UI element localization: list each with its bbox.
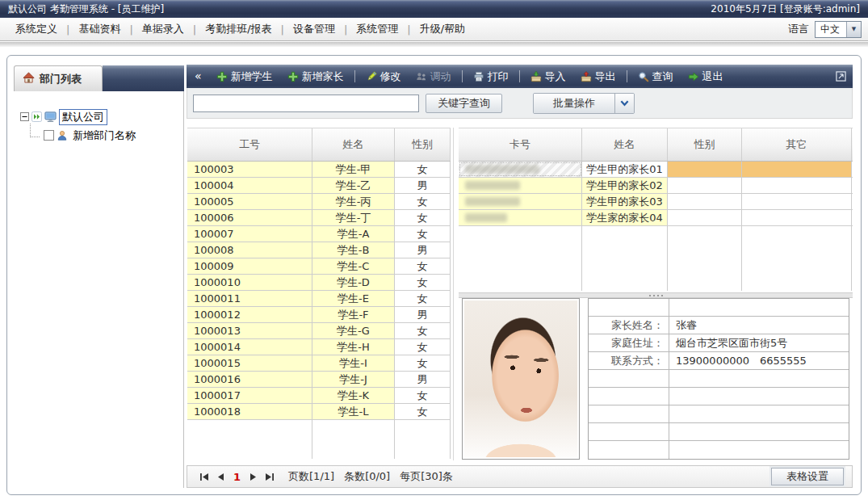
student-row[interactable]: 100005学生-丙女 (187, 194, 451, 210)
keyword-input[interactable] (193, 95, 419, 112)
column-header[interactable]: 性别 (668, 128, 742, 161)
toolbar-button-3[interactable]: 修改 (359, 65, 408, 88)
toolbar-button-label: 调动 (430, 69, 451, 84)
parent-other-cell (742, 210, 852, 225)
menu-item-5[interactable]: 设备管理 (284, 22, 344, 36)
student-row[interactable]: 100003学生-甲女 (187, 162, 451, 178)
first-page-icon[interactable] (195, 473, 213, 481)
masked-card-number (465, 213, 507, 222)
parent-row[interactable]: 学生家的家长04 (459, 210, 853, 226)
toolbar-button-6[interactable]: 导入 (524, 65, 572, 88)
keyword-search-button[interactable]: 关键字查询 (426, 94, 502, 113)
chevron-down-icon[interactable] (614, 94, 634, 113)
menu-item-4[interactable]: 考勤排班/报表 (196, 22, 280, 36)
column-header[interactable]: 卡号 (459, 128, 582, 161)
parent-other-cell (742, 178, 852, 193)
menu-item-3[interactable]: 单据录入 (133, 22, 193, 36)
student-row[interactable]: 1000018学生-L女 (187, 404, 451, 420)
info-row: 家长姓名：张睿 (589, 317, 849, 334)
collapse-panel-button[interactable]: « (191, 69, 208, 84)
toolbar-separator (519, 70, 520, 82)
expand-icon[interactable] (31, 111, 42, 122)
minus-box-icon[interactable] (20, 112, 29, 121)
toolbar-button-8[interactable]: 查询 (631, 65, 680, 88)
language-select[interactable]: 中文 ▼ (815, 21, 862, 38)
date-login-info: 2010年5月7日 [登录账号:admin] (711, 2, 860, 16)
student-name-cell: 学生-丁 (312, 210, 395, 225)
monitor-icon (44, 111, 57, 123)
toolbar: «新增学生新增家长修改调动打印导入导出查询退出 (187, 65, 853, 88)
info-label (589, 423, 669, 440)
table-settings-button[interactable]: 表格设置 (771, 468, 844, 485)
student-row[interactable]: 100009学生-C女 (187, 258, 451, 275)
student-gender-cell: 女 (395, 194, 451, 209)
toolbar-button-9[interactable]: 退出 (681, 65, 730, 88)
column-header[interactable]: 性别 (395, 128, 451, 161)
checkbox-icon[interactable] (44, 130, 54, 141)
column-header[interactable]: 其它 (742, 128, 852, 161)
menu-item-6[interactable]: 系统管理 (347, 22, 407, 36)
student-row[interactable]: 1000014学生-H女 (187, 339, 451, 355)
column-header[interactable]: 工号 (187, 128, 312, 161)
import-icon (530, 71, 542, 82)
menu-item-1[interactable]: 系统定义 (6, 22, 66, 36)
student-row[interactable]: 1000012学生-F男 (187, 307, 451, 323)
tree-connector (30, 124, 40, 137)
parents-table: 卡号姓名性别其它学生甲的家长01学生甲的家长02学生甲的家长03学生家的家长04 (459, 128, 853, 292)
column-header[interactable]: 姓名 (312, 128, 395, 161)
student-row[interactable]: 100007学生-A女 (187, 226, 451, 242)
parent-row[interactable]: 学生甲的家长01 (459, 162, 853, 178)
toolbar-button-label: 查询 (652, 69, 673, 84)
card-number-cell (459, 194, 582, 209)
department-panel: 部门列表 默认公司新增部门名称 (14, 65, 184, 488)
last-page-icon[interactable] (261, 473, 279, 481)
parent-other-cell (742, 162, 852, 177)
student-row[interactable]: 100008学生-B男 (187, 242, 451, 258)
student-row[interactable]: 100004学生-乙男 (187, 178, 451, 194)
student-id-cell: 1000010 (187, 275, 312, 290)
parent-row[interactable]: 学生甲的家长02 (459, 178, 853, 194)
tree-node-2: 新增部门名称 (14, 126, 183, 145)
next-page-icon[interactable] (245, 473, 261, 481)
toolbar-button-5[interactable]: 打印 (467, 65, 515, 88)
tree-node-label[interactable]: 新增部门名称 (70, 128, 138, 143)
student-row[interactable]: 1000015学生-I女 (187, 355, 451, 372)
parent-row[interactable]: 学生甲的家长03 (459, 194, 853, 210)
student-row[interactable]: 1000013学生-G女 (187, 323, 451, 339)
parent-name-cell: 学生家的家长04 (582, 210, 668, 225)
chevron-down-icon[interactable]: ▼ (846, 22, 861, 37)
student-row[interactable]: 1000011学生-E女 (187, 291, 451, 307)
student-gender-cell: 女 (395, 339, 451, 355)
menu-item-2[interactable]: 基础资料 (69, 22, 129, 36)
department-tree: 默认公司新增部门名称 (14, 91, 184, 488)
language-area: 语言 中文 ▼ (788, 21, 862, 38)
print-icon (473, 71, 484, 82)
previous-page-icon[interactable] (213, 473, 229, 481)
student-id-cell: 100009 (187, 258, 312, 274)
info-value (669, 405, 849, 422)
student-gender-cell: 女 (395, 210, 451, 225)
current-page-number[interactable]: 1 (229, 471, 245, 483)
empty-rows-area (187, 420, 451, 459)
student-name-cell: 学生-丙 (312, 194, 395, 209)
card-number-cell (459, 210, 582, 225)
popout-icon[interactable] (836, 71, 848, 82)
students-table: 工号姓名性别100003学生-甲女100004学生-乙男100005学生-丙女1… (187, 128, 451, 460)
student-row[interactable]: 1000010学生-D女 (187, 275, 451, 291)
toolbar-button-1[interactable]: 新增学生 (210, 65, 279, 88)
toolbar-separator (354, 70, 355, 82)
student-gender-cell: 男 (395, 242, 451, 258)
horizontal-splitter[interactable] (459, 292, 853, 298)
student-row[interactable]: 100006学生-丁女 (187, 210, 451, 226)
info-row (589, 423, 849, 441)
student-row[interactable]: 1000017学生-K女 (187, 388, 451, 404)
column-header[interactable]: 姓名 (582, 128, 668, 161)
tree-node-label[interactable]: 默认公司 (59, 109, 107, 125)
app-window: 默认公司 考勤管理系统 - [员工维护] 2010年5月7日 [登录账号:adm… (0, 0, 868, 500)
batch-operations-dropdown[interactable]: 批量操作 (533, 93, 635, 114)
toolbar-button-7[interactable]: 导出 (574, 65, 623, 88)
tab-department-list[interactable]: 部门列表 (14, 65, 103, 91)
student-row[interactable]: 1000016学生-J男 (187, 372, 451, 388)
menu-item-7[interactable]: 升级/帮助 (411, 22, 474, 36)
toolbar-button-2[interactable]: 新增家长 (281, 65, 350, 88)
